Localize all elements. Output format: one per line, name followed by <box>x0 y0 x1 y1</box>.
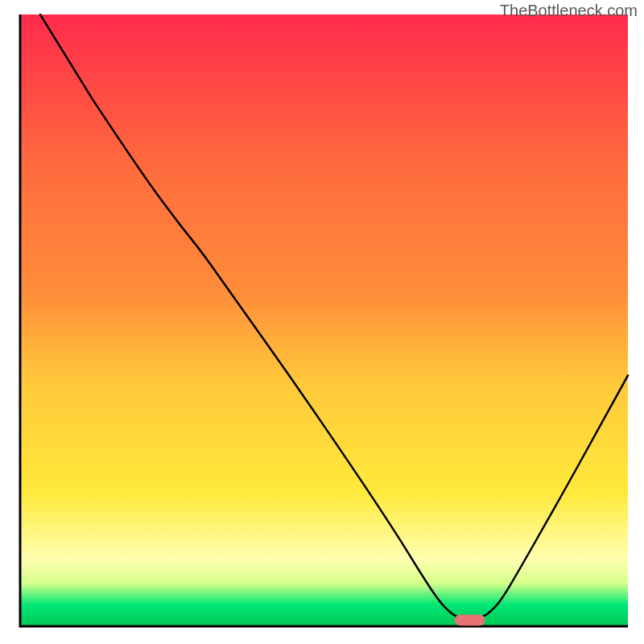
watermark-text: TheBottleneck.com <box>500 2 638 20</box>
chart-container: TheBottleneck.com <box>0 0 644 644</box>
optimal-marker <box>455 615 485 626</box>
plot-background <box>20 14 628 626</box>
bottleneck-chart <box>0 0 644 644</box>
